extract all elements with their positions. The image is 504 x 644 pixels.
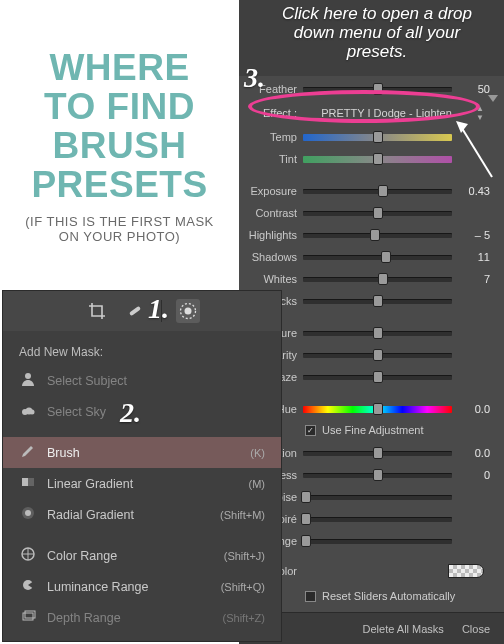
healing-icon[interactable] <box>123 299 147 323</box>
mask-item-luminance-range[interactable]: Luminance Range(Shift+Q) <box>3 571 281 602</box>
instruction-callout: Click here to open a drop down menu of a… <box>262 4 492 61</box>
slider-value: 50 <box>458 83 490 95</box>
mask-item-shortcut: (K) <box>250 447 265 459</box>
slider-label: Shadows <box>239 251 297 263</box>
slider-label: Tint <box>239 153 297 165</box>
slider-value: 0.43 <box>458 185 490 197</box>
check-icon <box>305 591 316 602</box>
fine-adjustment-label: Use Fine Adjustment <box>322 424 424 436</box>
brush-icon <box>19 443 37 462</box>
svg-rect-2 <box>128 306 140 316</box>
svg-point-5 <box>25 373 31 379</box>
sky-icon <box>19 402 37 421</box>
mask-item-select-subject: Select Subject <box>3 365 281 396</box>
close-link[interactable]: Close <box>462 623 490 635</box>
slider-label: Temp <box>239 131 297 143</box>
mask-item-shortcut: (Shift+M) <box>220 509 265 521</box>
slider-highlights[interactable]: Highlights– 5 <box>239 224 504 246</box>
color-range-icon <box>19 546 37 565</box>
mask-item-shortcut: (Shift+J) <box>224 550 265 562</box>
headline-line: TO FIND <box>0 87 239 126</box>
teaching-block: WHERE TO FIND BRUSH PRESETS (IF THIS IS … <box>0 0 239 290</box>
slider-label: Whites <box>239 273 297 285</box>
mask-caption: Add New Mask: <box>3 331 281 365</box>
mask-toolbar <box>3 291 281 331</box>
slider-contrast[interactable]: Contrast <box>239 202 504 224</box>
headline-line: PRESETS <box>0 165 239 204</box>
mask-item-label: Brush <box>47 446 80 460</box>
feather-slider[interactable]: Feather 50 <box>239 78 504 100</box>
svg-point-8 <box>30 410 35 415</box>
mask-item-radial-gradient[interactable]: Radial Gradient(Shift+M) <box>3 499 281 530</box>
mask-picker-panel: Add New Mask: Select SubjectSelect SkyBr… <box>2 290 282 642</box>
mask-item-color-range[interactable]: Color Range(Shift+J) <box>3 540 281 571</box>
reset-label: Reset Sliders Automatically <box>322 590 455 602</box>
slider-value: 7 <box>458 273 490 285</box>
slider-shadows[interactable]: Shadows11 <box>239 246 504 268</box>
slider-value: 11 <box>458 251 490 263</box>
svg-rect-10 <box>22 478 28 486</box>
mask-item-label: Color Range <box>47 549 117 563</box>
effect-preset-dropdown[interactable]: Effect : PRETTY I Dodge - Lighten ▲▼ <box>239 100 504 126</box>
dropdown-caret-icon: ▲▼ <box>476 104 484 122</box>
mask-icon[interactable] <box>176 299 200 323</box>
mask-item-depth-range: Depth Range(Shift+Z) <box>3 602 281 633</box>
mask-item-brush[interactable]: Brush(K) <box>3 437 281 468</box>
slider-value: 0 <box>458 469 490 481</box>
person-icon <box>19 371 37 390</box>
slider-value: 0.0 <box>458 447 490 459</box>
color-swatch[interactable] <box>448 564 484 578</box>
headline-line: BRUSH <box>0 126 239 165</box>
mask-item-label: Linear Gradient <box>47 477 133 491</box>
mask-item-select-sky: Select Sky <box>3 396 281 427</box>
check-icon: ✓ <box>305 425 316 436</box>
svg-point-12 <box>25 510 31 516</box>
slider-label: Exposure <box>239 185 297 197</box>
mask-item-label: Select Subject <box>47 374 127 388</box>
depth-range-icon <box>19 608 37 627</box>
mask-item-shortcut: (Shift+Q) <box>221 581 265 593</box>
crop-icon[interactable] <box>85 299 109 323</box>
tint-slider[interactable]: Tint <box>239 148 504 170</box>
slider-whites[interactable]: Whites7 <box>239 268 504 290</box>
mask-item-label: Radial Gradient <box>47 508 134 522</box>
headline-sub: (IF THIS IS THE FIRST MASK ON YOUR PHOTO… <box>0 214 239 244</box>
step-3-badge: 3. <box>244 62 265 94</box>
headline: WHERE TO FIND BRUSH PRESETS <box>0 48 239 204</box>
headline-line: WHERE <box>0 48 239 87</box>
step-1-badge: 1. <box>148 293 169 325</box>
slider-label: Highlights <box>239 229 297 241</box>
svg-point-4 <box>184 308 191 315</box>
mask-item-shortcut: (M) <box>249 478 266 490</box>
mask-item-linear-gradient[interactable]: Linear Gradient(M) <box>3 468 281 499</box>
linear-gradient-icon <box>19 474 37 493</box>
effect-label: Effect : <box>239 107 297 119</box>
slider-value: 0.0 <box>458 403 490 415</box>
slider-exposure[interactable]: Exposure0.43 <box>239 180 504 202</box>
mask-item-label: Select Sky <box>47 405 106 419</box>
slider-value: – 5 <box>458 229 490 241</box>
mask-item-shortcut: (Shift+Z) <box>223 612 265 624</box>
temp-slider[interactable]: Temp <box>239 126 504 148</box>
mask-item-label: Luminance Range <box>47 580 148 594</box>
radial-gradient-icon <box>19 505 37 524</box>
luminance-range-icon <box>19 577 37 596</box>
step-2-badge: 2. <box>120 397 141 429</box>
slider-label: Contrast <box>239 207 297 219</box>
mask-item-label: Depth Range <box>47 611 121 625</box>
delete-masks-link[interactable]: Delete All Masks <box>363 623 444 635</box>
effect-value: PRETTY I Dodge - Lighten <box>307 107 466 119</box>
